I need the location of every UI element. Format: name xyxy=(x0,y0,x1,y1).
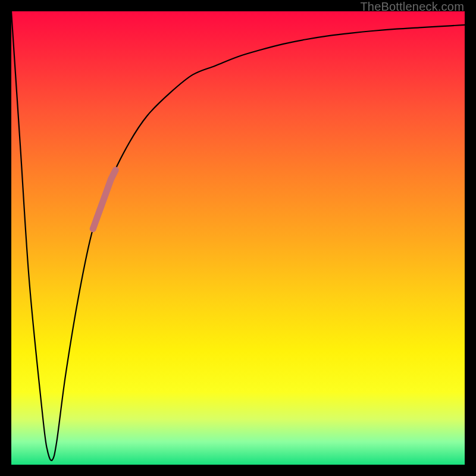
bottleneck-curve-path xyxy=(11,11,465,461)
bottleneck-curve-svg xyxy=(11,11,465,465)
chart-frame xyxy=(11,11,465,465)
bottleneck-curve-highlight xyxy=(93,170,115,229)
